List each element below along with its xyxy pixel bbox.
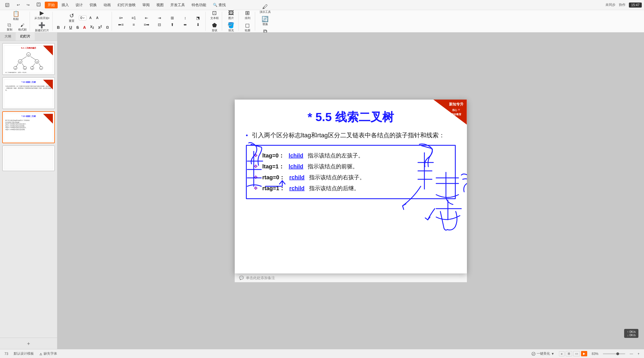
toolbar: 📋 粘贴 ⿻复制 🖌格式刷 ▶ 从当前开始• ➕ 新建幻灯片 ↺ 重置 0 — [0, 10, 644, 32]
thumb-content-2: * 5.5 线索二叉树 为充分利用空闲，在二叉树中结点的孩子指针也改为指向其前驱… — [4, 79, 53, 107]
menu-undo-icon[interactable]: ↩ — [14, 2, 23, 8]
replace-btn[interactable]: 🔄 替换 — [259, 15, 271, 27]
note-area[interactable]: 💬 单击此处添加备注 — [235, 274, 467, 282]
menu-design[interactable]: 设计 — [73, 2, 86, 8]
note-icon: 💬 — [239, 276, 244, 280]
symbol-btn[interactable]: Ω — [104, 25, 111, 30]
fill-btn[interactable]: 🪣 填充 — [225, 22, 237, 33]
text-sub-btn[interactable]: X2 — [88, 24, 96, 30]
strike-btn[interactable]: S — [75, 25, 81, 30]
menu-dev[interactable]: 开发工具 — [168, 2, 188, 8]
increase-indent-btn[interactable]: ⇥ — [153, 15, 166, 21]
align-left-btn[interactable]: ⬅≡ — [115, 22, 127, 28]
view-normal-btn[interactable]: ≡ — [559, 351, 565, 356]
align-top-btn[interactable]: ⬆ — [166, 22, 178, 28]
toolbar-insert: ⊡ 文本框 ⬟ 形状 — [207, 12, 222, 31]
svg-rect-2 — [38, 3, 39, 4]
sync-status: 未同步 — [605, 3, 615, 7]
slide-canvas[interactable]: 新知专升 用心 ♥ 做好教育 * 5.5 线索二叉树 • 引入两个区分标志lta… — [235, 100, 467, 274]
val-1: lchild — [289, 163, 303, 170]
font-size-down-btn[interactable]: A — [95, 15, 100, 20]
view-widescreen-btn[interactable]: ▭ — [573, 351, 580, 356]
decrease-indent-btn[interactable]: ⇤ — [140, 15, 153, 21]
slide-thumb-4[interactable] — [2, 145, 55, 171]
toolbar-format: ↺ 重置 0 A A B I U S A X2 X2 Ω — [54, 12, 112, 31]
add-slide-btn[interactable]: ＋ — [26, 340, 31, 347]
menu-insert[interactable]: 插入 — [59, 2, 72, 8]
menu-save-icon[interactable] — [34, 1, 44, 8]
new-slide-btn[interactable]: ➕ 新建幻灯片 — [33, 22, 51, 33]
tab-slides[interactable]: 幻灯片 — [16, 32, 35, 41]
present-tool-btn[interactable]: 🖊 演示工具 — [258, 3, 272, 15]
beautify-btn[interactable]: 一键美化▼ — [532, 351, 554, 356]
slide-thumb-3[interactable]: * 5.5 线索二叉树 两个区分标志ltag和rtag区分二叉链表各 结点的孩子… — [2, 111, 55, 143]
textbox-btn[interactable]: ⊡ 文本框 — [208, 9, 221, 21]
menu-review[interactable]: 审阅 — [140, 2, 152, 8]
text-color-btn[interactable]: A — [81, 25, 88, 30]
font-warn-icon: ⚠ — [39, 352, 43, 355]
svg-text:v7: v7 — [40, 68, 42, 69]
svg-text:⚠: ⚠ — [39, 352, 42, 355]
view-present-btn[interactable]: ▶ — [581, 351, 587, 356]
zoom-slider[interactable] — [603, 353, 625, 354]
svg-text:v1: v1 — [27, 54, 30, 56]
shape-btn[interactable]: ⬟ 形状 — [208, 22, 221, 33]
line-spacing-btn[interactable]: ↕ — [179, 15, 191, 21]
font-warning[interactable]: ⚠ 缺失字体 — [39, 351, 57, 356]
reset-btn[interactable]: ↺ 重置 — [65, 12, 78, 24]
slide-thumb-1[interactable]: 5.4 二叉树的遍历 v1 v2 v3 — [2, 43, 55, 75]
svg-text:v3: v3 — [36, 61, 38, 63]
align-right-btn[interactable]: ≡➡ — [140, 22, 153, 28]
desc-0: 指示该结点的左孩子。 — [308, 152, 364, 159]
slide-number: 73 — [4, 352, 8, 356]
align-center-btn[interactable]: ≡ — [128, 22, 140, 28]
svg-line-6 — [21, 56, 27, 60]
start-from-here-btn[interactable]: ▶ 从当前开始• — [33, 9, 51, 21]
menu-file[interactable] — [2, 2, 13, 8]
menu-transition[interactable]: 切换 — [87, 2, 100, 8]
font-size-up-btn[interactable]: A — [88, 15, 93, 20]
slide-title[interactable]: * 5.5 线索二叉树 — [235, 100, 467, 131]
diamond-1: ❖ — [253, 163, 258, 169]
bullet-list-btn[interactable]: ≡• — [115, 15, 127, 21]
menu-slideshow[interactable]: 幻灯片放映 — [115, 2, 138, 8]
key-1: ltag=1： — [262, 163, 284, 170]
menu-special[interactable]: 特色功能 — [189, 2, 209, 8]
menu-view[interactable]: 视图 — [154, 2, 166, 8]
image-btn[interactable]: 🖼 图片 — [225, 9, 237, 21]
align-bottom-btn[interactable]: ⬇ — [192, 22, 204, 28]
text-dir-btn[interactable]: ⬔ — [192, 15, 204, 21]
status-bar: 73 默认设计模板 ⚠ 缺失字体 一键美化▼ ≡ ⊞ ▭ ▶ 83% — + — [0, 349, 644, 358]
view-grid-btn[interactable]: ⊞ — [566, 351, 572, 356]
zoom-minus[interactable]: — — [630, 352, 633, 356]
slide-thumb-2[interactable]: * 5.5 线索二叉树 为充分利用空闲，在二叉树中结点的孩子指针也改为指向其前驱… — [2, 77, 55, 109]
menu-start[interactable]: 开始 — [45, 2, 58, 8]
zoom-plus[interactable]: + — [638, 352, 640, 356]
collab-btn[interactable]: 协作 — [619, 3, 626, 7]
num-list-btn[interactable]: ≡1 — [128, 15, 140, 21]
copy-btn[interactable]: ⿻复制 — [3, 22, 16, 32]
thumb-body-2: 为充分利用空闲，在二叉树中结点的孩子指针也改为指向其前驱，右在在（前驱后者）线索… — [4, 85, 53, 92]
menu-animation[interactable]: 动画 — [101, 2, 114, 8]
arrange-btn[interactable]: ⊞ 排列 — [241, 9, 254, 21]
box-row-3: ❖ rtag=1： rchild 指示该结点的后继。 — [253, 183, 448, 194]
paste-btn[interactable]: 📋 粘贴 — [10, 10, 22, 22]
font-size-input[interactable]: 0 — [79, 15, 86, 20]
outline-btn[interactable]: ◻ 轮廓 — [241, 22, 254, 33]
col-layout-btn[interactable]: ⊞ — [166, 15, 178, 21]
key-2: rtag=0： — [262, 174, 285, 181]
svg-rect-3 — [37, 4, 40, 6]
menu-redo-icon[interactable]: ↪ — [24, 2, 32, 8]
bold-btn[interactable]: B — [55, 25, 62, 30]
align-justify-btn[interactable]: ⊟ — [153, 22, 166, 28]
align-middle-btn[interactable]: ⬌ — [179, 22, 191, 28]
underline-btn[interactable]: U — [68, 25, 74, 30]
menu-find-top[interactable]: 🔍 查找 — [210, 2, 229, 8]
text-sup-btn[interactable]: X2 — [97, 24, 104, 30]
tab-outline[interactable]: 大纲 — [0, 32, 16, 41]
upload-speed: ↑ 0K/s — [627, 330, 636, 333]
svg-text:v6: v6 — [31, 68, 33, 69]
slide-box[interactable]: ❖ ltag=0： lchild 指示该结点的左孩子。 ❖ ltag=1： lc… — [246, 145, 456, 199]
italic-btn[interactable]: I — [62, 25, 67, 30]
format-brush-btn[interactable]: 🖌格式刷 — [16, 22, 29, 32]
